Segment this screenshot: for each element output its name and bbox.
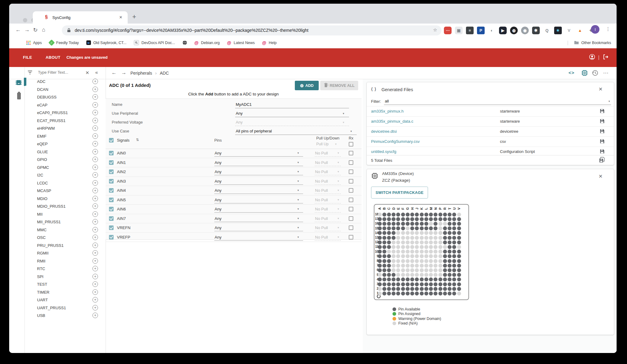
pin-N7[interactable] <box>434 264 437 268</box>
pin-C5[interactable] <box>387 273 391 277</box>
reload-icon[interactable]: ↻ <box>33 27 38 33</box>
pin-R16[interactable] <box>443 222 447 226</box>
sidebar-item-mmc[interactable]: MMC+ <box>25 226 106 234</box>
pin-P17[interactable] <box>438 217 442 221</box>
pin-J16[interactable] <box>415 222 419 226</box>
pin-N15[interactable] <box>434 226 437 230</box>
add-peripheral-icon[interactable]: + <box>92 79 98 84</box>
pin-D9[interactable] <box>392 254 396 258</box>
pin-select[interactable]: Any▼ <box>214 187 303 194</box>
pin-K16[interactable] <box>420 222 424 226</box>
signal-checkbox[interactable] <box>109 160 114 165</box>
pin-H6[interactable] <box>410 268 414 272</box>
pin-H15[interactable] <box>410 226 414 230</box>
file-link[interactable]: PinmuxConfigSummary.csv <box>371 139 420 144</box>
pin-N5[interactable] <box>434 273 437 277</box>
signal-checkbox[interactable] <box>109 188 114 193</box>
save-file-icon[interactable] <box>600 109 605 115</box>
pin-T11[interactable] <box>448 245 452 249</box>
pin-U4[interactable] <box>452 277 456 281</box>
pin-select[interactable]: Any▼ <box>214 159 303 166</box>
sidebar-item-osc[interactable]: OSC+ <box>25 234 106 242</box>
pin-M4[interactable] <box>429 277 433 281</box>
sidebar-item-mdio[interactable]: MDIO+ <box>25 195 106 203</box>
pin-K1[interactable] <box>420 292 424 295</box>
pin-J3[interactable] <box>415 282 419 286</box>
pin-C1[interactable] <box>387 292 391 295</box>
browser-menu-icon[interactable]: ⋮ <box>606 26 610 32</box>
pin-E1[interactable] <box>396 292 400 295</box>
pin-B5[interactable] <box>382 273 386 277</box>
pin-L15[interactable] <box>424 226 428 230</box>
pin-U16[interactable] <box>452 222 456 226</box>
pin-H13[interactable] <box>410 236 414 240</box>
switch-part-package-button[interactable]: SWITCH PART/PACKAGE <box>371 187 428 199</box>
pin-J4[interactable] <box>415 277 419 281</box>
rx-checkbox[interactable] <box>349 225 353 230</box>
pin-V8[interactable] <box>457 259 461 263</box>
other-bookmarks-label[interactable]: Other Bookmarks <box>581 41 611 45</box>
add-peripheral-icon[interactable]: + <box>92 211 98 217</box>
use-peripheral-select[interactable]: Any▼ <box>235 110 349 117</box>
document-extension-icon[interactable]: ≡ <box>466 27 474 34</box>
pin-J5[interactable] <box>415 273 419 277</box>
sidebar-item-ehrpwm[interactable]: eHRPWM+ <box>25 124 106 132</box>
add-peripheral-icon[interactable]: + <box>92 165 98 170</box>
pin-A3[interactable] <box>378 282 382 286</box>
add-peripheral-icon[interactable]: + <box>92 110 98 115</box>
pin-R13[interactable] <box>443 236 447 240</box>
pin-C4[interactable] <box>387 277 391 281</box>
pin-A9[interactable] <box>378 254 382 258</box>
pin-R9[interactable] <box>443 254 447 258</box>
pin-P14[interactable] <box>438 231 442 235</box>
pin-J6[interactable] <box>415 268 419 272</box>
save-file-icon[interactable] <box>600 139 605 145</box>
pin-V11[interactable] <box>457 245 461 249</box>
sidebar-item-glue[interactable]: GLUE+ <box>25 148 106 156</box>
bookmark-item-debian-org[interactable]: @Debian.org <box>194 40 220 45</box>
signal-checkbox[interactable] <box>109 179 114 184</box>
pin-A13[interactable] <box>378 236 382 240</box>
pin-D6[interactable] <box>392 268 396 272</box>
pin-N2[interactable] <box>434 287 437 291</box>
pin-C6[interactable] <box>387 268 391 272</box>
filter-clear-icon[interactable]: ✕ <box>85 70 89 76</box>
pin-U6[interactable] <box>452 268 456 272</box>
pin-F5[interactable] <box>401 273 405 277</box>
pin-D16[interactable] <box>392 222 396 226</box>
pin-L1[interactable] <box>424 292 428 295</box>
pin-K12[interactable] <box>420 240 424 244</box>
pin-D14[interactable] <box>392 231 396 235</box>
pin-P6[interactable] <box>438 268 442 272</box>
pin-K15[interactable] <box>420 226 424 230</box>
breadcrumb-back-icon[interactable]: ← <box>111 70 117 76</box>
pin-V10[interactable] <box>457 250 461 254</box>
pin-M17[interactable] <box>429 217 433 221</box>
pin-B3[interactable] <box>382 282 386 286</box>
bookmark-star-icon[interactable]: ☆ <box>433 27 437 33</box>
pin-U18[interactable] <box>452 213 456 217</box>
pin-K2[interactable] <box>420 287 424 291</box>
pin-G11[interactable] <box>406 245 410 249</box>
add-peripheral-icon[interactable]: + <box>92 94 98 100</box>
pin-V2[interactable] <box>457 287 461 291</box>
pin-J14[interactable] <box>415 231 419 235</box>
rx-header-checkbox[interactable] <box>349 142 353 147</box>
pin-U1[interactable] <box>452 292 456 295</box>
pin-T8[interactable] <box>448 259 452 263</box>
pin-K9[interactable] <box>420 254 424 258</box>
pin-B10[interactable] <box>382 250 386 254</box>
pin-R7[interactable] <box>443 264 447 268</box>
pin-M2[interactable] <box>429 287 433 291</box>
sidebar-filter-input[interactable] <box>37 70 81 75</box>
camera-extension-icon[interactable]: ◉ <box>521 27 529 34</box>
pin-F6[interactable] <box>401 268 405 272</box>
sidebar-item-mii_pruss1[interactable]: MII_PRUSS1+ <box>25 218 106 226</box>
bookmark-item-apps[interactable]: Apps <box>26 41 42 45</box>
pin-D15[interactable] <box>392 226 396 230</box>
pin-R6[interactable] <box>443 268 447 272</box>
sidebar-item-usb[interactable]: USB+ <box>25 312 106 320</box>
pin-M11[interactable] <box>429 245 433 249</box>
new-tab-button[interactable]: + <box>132 13 136 21</box>
pin-C3[interactable] <box>387 282 391 286</box>
